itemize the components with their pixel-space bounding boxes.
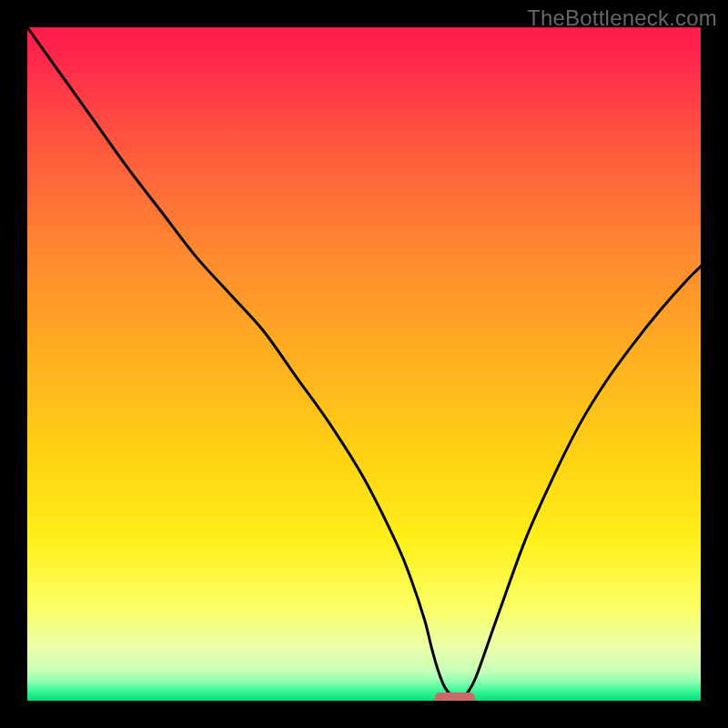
chart-svg	[27, 27, 701, 701]
gradient-fill	[27, 27, 701, 701]
chart-frame: TheBottleneck.com	[0, 0, 728, 728]
balance-marker	[435, 693, 475, 701]
plot-area	[27, 27, 701, 701]
